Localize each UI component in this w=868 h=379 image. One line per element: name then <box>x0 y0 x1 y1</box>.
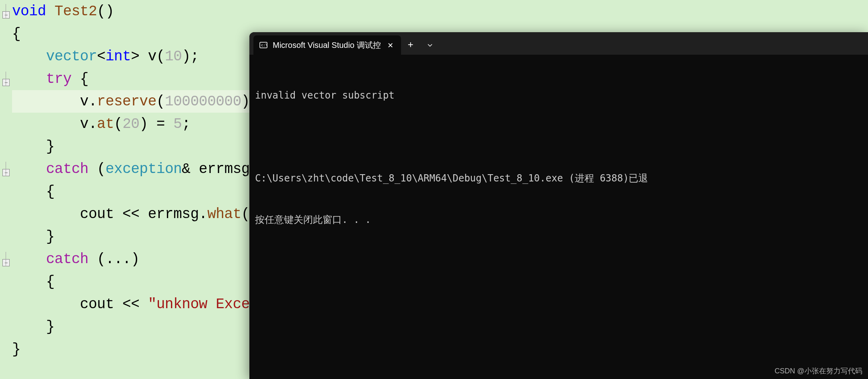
code-content[interactable]: cout << "unknow Exceptio <box>12 296 284 313</box>
terminal-output: invalid vector subscript C:\Users\zht\co… <box>249 55 868 262</box>
code-content[interactable]: v.at(20) = 5; <box>12 116 190 132</box>
gutter: − <box>0 4 12 19</box>
gutter: − <box>0 72 12 86</box>
watermark: CSDN @小张在努力写代码 <box>775 366 862 376</box>
terminal-line: invalid vector subscript <box>255 89 862 103</box>
fold-toggle-icon[interactable]: − <box>2 11 10 19</box>
dropdown-button[interactable] <box>420 35 440 55</box>
new-tab-button[interactable]: + <box>401 35 420 55</box>
code-content[interactable]: try { <box>12 71 88 87</box>
code-content[interactable]: } <box>12 229 55 245</box>
terminal-app-icon: c:\ <box>259 41 268 49</box>
code-content[interactable]: { <box>12 26 21 42</box>
code-content[interactable]: vector<int> v(10); <box>12 48 199 65</box>
terminal-tab-title: Microsoft Visual Studio 调试控 <box>273 40 381 51</box>
code-content[interactable]: catch (exception& errmsg) <box>12 161 258 177</box>
fold-toggle-icon[interactable]: − <box>2 79 10 86</box>
code-content[interactable]: } <box>12 138 55 155</box>
fold-toggle-icon[interactable]: − <box>2 169 10 176</box>
terminal-window: c:\ Microsoft Visual Studio 调试控 ✕ + inva… <box>249 32 868 379</box>
code-content[interactable]: } <box>12 319 55 335</box>
terminal-line: 按任意键关闭此窗口. . . <box>255 213 862 227</box>
terminal-line: C:\Users\zht\code\Test_8_10\ARM64\Debug\… <box>255 172 862 185</box>
terminal-tab[interactable]: c:\ Microsoft Visual Studio 调试控 ✕ <box>253 35 401 55</box>
code-line[interactable]: −void Test2() <box>0 0 868 23</box>
terminal-line <box>255 130 862 144</box>
gutter: − <box>0 162 12 176</box>
code-content[interactable]: { <box>12 274 55 290</box>
terminal-titlebar: c:\ Microsoft Visual Studio 调试控 ✕ + <box>249 32 868 55</box>
code-content[interactable]: { <box>12 183 55 200</box>
svg-text:c:\: c:\ <box>261 43 267 47</box>
code-content[interactable]: v.reserve(100000000); <box>12 93 258 110</box>
code-content[interactable]: cout << errmsg.what() << <box>12 206 284 222</box>
code-content[interactable]: catch (...) <box>12 251 140 268</box>
close-icon[interactable]: ✕ <box>386 40 395 50</box>
fold-toggle-icon[interactable]: − <box>2 259 10 266</box>
code-content[interactable]: } <box>12 341 21 358</box>
code-content[interactable]: void Test2() <box>12 3 114 20</box>
gutter: − <box>0 252 12 266</box>
